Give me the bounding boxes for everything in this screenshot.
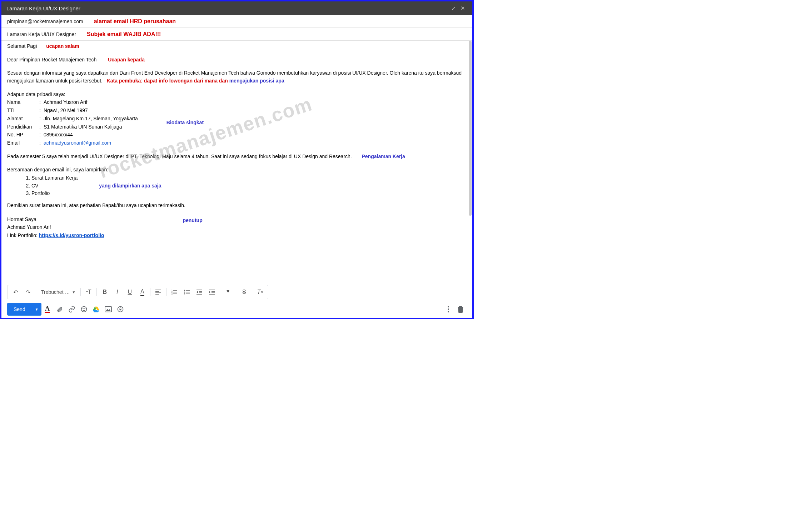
italic-icon[interactable]: I [111,286,123,298]
portfolio-label: Link Portfolio: [7,232,39,238]
recipient-email[interactable]: pimpinan@rocketmanajemen.com [7,19,83,24]
confidential-mode-icon[interactable] [114,303,126,315]
portfolio-link[interactable]: https://s.id/yusron-portfolio [39,232,104,238]
annotation-recipient: alamat email HRD perusahaan [94,18,176,25]
svg-point-26 [81,307,86,312]
bulleted-list-icon[interactable] [181,286,193,298]
svg-marker-20 [196,291,198,293]
svg-point-11 [184,292,185,293]
attach-intro: Bersamaan dengan email ini, saya lampirk… [7,166,467,174]
window-title: Lamaran Kerja UI/UX Designer [6,5,439,11]
quote-icon[interactable]: ❞ [222,286,234,298]
svg-rect-42 [458,307,463,307]
bold-icon[interactable]: B [99,286,110,298]
attach-file-icon[interactable] [54,303,66,315]
list-item: Portfolio [31,190,78,197]
salutation-text: Dear Pimpinan Rocket Manajemen Tech [7,57,96,62]
expand-icon[interactable]: ⤢ [449,5,458,11]
underline-icon[interactable]: U [124,286,135,298]
insert-link-icon[interactable] [66,303,78,315]
annotation-intro-red: Kata pembuka: dapat info lowongan dari m… [107,78,229,84]
insert-drive-icon[interactable] [90,303,102,315]
biodata-table: Nama:Achmad Yusron Arif TTL:Ngawi, 20 Me… [7,99,138,147]
svg-text:3: 3 [171,293,173,295]
compose-body[interactable]: rocketmanajemen.com Selamat Pagi ucapan … [1,41,472,266]
greeting-text: Selamat Pagi [7,43,37,49]
annotation-biodata: Biodata singkat [166,119,204,127]
send-button[interactable]: Send ▼ [7,303,41,316]
undo-icon[interactable]: ↶ [10,286,21,298]
experience-text: Pada semester 5 saya telah menjadi UI/UX… [7,154,352,159]
svg-point-39 [448,308,449,310]
svg-marker-35 [106,309,110,311]
annotation-greeting: ucapan salam [46,42,79,50]
svg-rect-37 [119,309,121,310]
text-color-icon[interactable]: A [136,286,148,298]
svg-marker-25 [209,291,210,293]
svg-point-27 [83,308,83,309]
insert-emoji-icon[interactable] [78,303,90,315]
svg-point-12 [184,293,185,295]
svg-rect-34 [105,307,111,312]
intro-paragraph: Sesuai dengan informasi yang saya dapatk… [7,69,467,85]
redo-icon[interactable]: ↷ [22,286,34,298]
strikethrough-icon[interactable]: S [238,286,250,298]
align-icon[interactable] [153,286,164,298]
more-options-icon[interactable] [442,303,454,315]
attachment-list: Surat Lamaran Kerja CV Portfolio [29,174,78,197]
annotation-subject: Subjek email WAJIB ADA!!! [87,31,161,37]
svg-point-38 [448,306,449,307]
svg-point-40 [448,311,449,312]
indent-more-icon[interactable] [206,286,218,298]
font-selector[interactable]: Trebuchet … ▼ [38,289,78,295]
annotation-attachments: yang dilampirkan apa saja [99,182,161,190]
indent-less-icon[interactable] [194,286,205,298]
closing-text: Demikian surat lamaran ini, atas perhati… [7,202,467,210]
subject-text[interactable]: Lamaran Kerja UI/UX Designer [7,31,76,37]
annotation-closing: penutup [183,217,202,240]
signoff-2: Achmad Yusron Arif [7,224,104,231]
close-icon[interactable]: ✕ [458,5,467,11]
subject-row[interactable]: Lamaran Kerja UI/UX Designer Subjek emai… [1,28,472,41]
send-dropdown-icon[interactable]: ▼ [32,303,41,316]
font-size-icon[interactable]: тT [83,286,94,298]
bio-email-link[interactable]: achmadyusronarif@gmail.com [44,140,111,146]
formatting-toolbar: ↶ ↷ Trebuchet … ▼ тT B I U A 123 ❞ S [7,285,268,299]
annotation-intro-blue: mengajukan posisi apa [229,78,284,84]
annotation-experience: Pengalaman Kerja [362,153,405,161]
list-item: Surat Lamaran Kerja [31,174,78,182]
compose-footer: Send ▼ A [1,301,472,318]
svg-point-28 [85,308,85,309]
discard-draft-icon[interactable] [454,303,467,315]
svg-point-10 [184,290,185,291]
compose-titlebar: Lamaran Kerja UI/UX Designer — ⤢ ✕ [1,1,472,15]
recipient-row[interactable]: pimpinan@rocketmanajemen.com alamat emai… [1,15,472,28]
svg-marker-32 [93,310,98,312]
text-format-icon[interactable]: A [41,303,54,315]
insert-photo-icon[interactable] [102,303,114,315]
list-item: CV [31,182,78,190]
remove-formatting-icon[interactable]: T✕ [254,286,266,298]
numbered-list-icon[interactable]: 123 [169,286,180,298]
annotation-salutation: Ucapan kepada [108,56,145,64]
minimize-icon[interactable]: — [439,5,449,11]
scrollbar[interactable] [469,41,472,216]
signoff-1: Hormat Saya [7,216,104,224]
biodata-title: Adapun data pribadi saya: [7,91,467,99]
